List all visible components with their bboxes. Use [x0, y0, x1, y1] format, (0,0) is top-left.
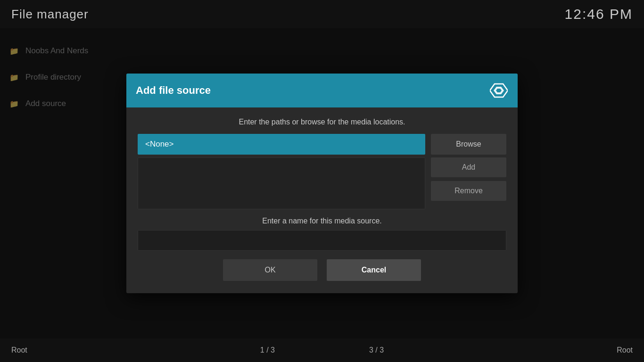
bottom-center: 1 / 3 3 / 3	[260, 346, 384, 354]
name-input[interactable]	[138, 230, 506, 251]
remove-button[interactable]: Remove	[431, 181, 506, 201]
kodi-logo	[489, 81, 508, 100]
overlay: Add file source Enter the paths or brows…	[0, 28, 644, 338]
add-file-source-dialog: Add file source Enter the paths or brows…	[126, 74, 518, 293]
dialog-footer: OK Cancel	[138, 259, 506, 283]
app-title: File manager	[11, 7, 89, 22]
add-button[interactable]: Add	[431, 157, 506, 177]
paths-area-row: Add Remove	[138, 157, 506, 209]
kodi-icon	[490, 82, 508, 99]
cancel-button[interactable]: Cancel	[327, 259, 421, 281]
browse-button[interactable]: Browse	[431, 134, 506, 155]
action-buttons: Add Remove	[431, 157, 506, 209]
path-row: Browse	[138, 134, 506, 155]
dialog-instruction: Enter the paths or browse for the media …	[138, 118, 506, 126]
dialog-body: Enter the paths or browse for the media …	[126, 107, 518, 293]
name-instruction: Enter a name for this media source.	[138, 217, 506, 225]
dialog-title: Add file source	[136, 84, 211, 97]
page-indicator-right: 3 / 3	[369, 346, 384, 354]
ok-button[interactable]: OK	[223, 259, 317, 281]
bottom-right-label: Root	[617, 346, 633, 354]
bottom-left-label: Root	[11, 346, 27, 354]
page-indicator-left: 1 / 3	[260, 346, 275, 354]
dialog-header: Add file source	[126, 74, 518, 107]
clock: 12:46 PM	[565, 6, 633, 22]
bottom-bar: Root 1 / 3 3 / 3 Root	[0, 338, 644, 362]
paths-list	[138, 157, 425, 209]
path-input[interactable]	[138, 134, 425, 155]
top-bar: File manager 12:46 PM	[0, 0, 644, 28]
